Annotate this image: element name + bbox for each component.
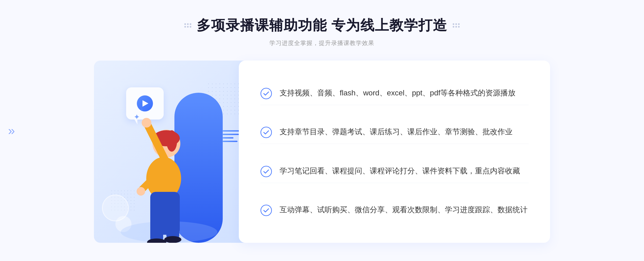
check-icon-3	[260, 166, 272, 177]
person-illustration: ✦ ✦	[94, 61, 250, 243]
main-title: 多项录播课辅助功能 专为线上教学打造	[197, 16, 447, 35]
feature-text-3: 学习笔记回看、课程提问、课程评论打分、课件资料下载，重点内容收藏	[280, 165, 520, 177]
feature-item-2: 支持章节目录、弹题考试、课后练习、课后作业、章节测验、批改作业	[260, 121, 529, 144]
subtitle: 学习进度全掌握，提升录播课教学效果	[184, 39, 460, 47]
chevron-right-icon: »	[8, 124, 15, 137]
left-dots-decoration	[184, 23, 191, 28]
svg-point-7	[142, 118, 151, 128]
feature-item-3: 学习笔记回看、课程提问、课程评论打分、课件资料下载，重点内容收藏	[260, 160, 529, 183]
right-dots-decoration	[453, 23, 460, 28]
title-row: 多项录播课辅助功能 专为线上教学打造	[184, 16, 460, 35]
feature-item-1: 支持视频、音频、flash、word、excel、ppt、pdf等各种格式的资源…	[260, 82, 529, 105]
feature-text-4: 互动弹幕、试听购买、微信分享、观看次数限制、学习进度跟踪、数据统计	[280, 204, 528, 216]
check-icon-2	[260, 126, 272, 138]
page-container: » 多项录播课辅助功能 专为线上教学打造 学习进度全掌握，提升录播课教学效果	[0, 0, 644, 261]
svg-point-9	[137, 187, 145, 196]
svg-point-17	[261, 88, 272, 99]
svg-point-20	[261, 205, 272, 216]
check-icon-1	[260, 88, 272, 99]
svg-rect-0	[174, 93, 223, 243]
feature-text-1: 支持视频、音频、flash、word、excel、ppt、pdf等各种格式的资源…	[280, 87, 515, 99]
svg-text:✦: ✦	[140, 107, 144, 113]
illustration-panel: ✦ ✦	[94, 61, 250, 243]
left-nav-arrow[interactable]: »	[8, 124, 15, 137]
svg-text:✦: ✦	[134, 113, 140, 121]
features-panel: 支持视频、音频、flash、word、excel、ppt、pdf等各种格式的资源…	[239, 61, 550, 243]
header-section: 多项录播课辅助功能 专为线上教学打造 学习进度全掌握，提升录播课教学效果	[184, 0, 460, 47]
feature-text-2: 支持章节目录、弹题考试、课后练习、课后作业、章节测验、批改作业	[280, 126, 513, 138]
svg-point-18	[261, 127, 272, 138]
svg-point-19	[261, 166, 272, 177]
svg-point-14	[164, 236, 181, 243]
svg-point-5	[166, 130, 177, 152]
main-content: ✦ ✦ 支持视频、音频、flash、w	[94, 61, 550, 243]
check-icon-4	[260, 204, 272, 216]
feature-item-4: 互动弹幕、试听购买、微信分享、观看次数限制、学习进度跟踪、数据统计	[260, 199, 529, 222]
